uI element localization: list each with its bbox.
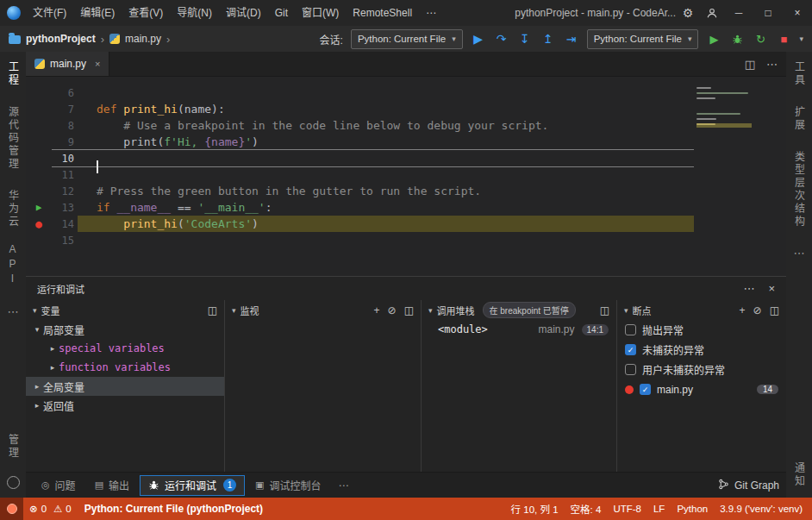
checkbox[interactable]: ✓: [640, 384, 651, 395]
left-activity-item-2[interactable]: 源代码管理: [6, 106, 21, 171]
session-select[interactable]: Python: Current File ▾: [351, 29, 463, 49]
git-graph-button[interactable]: Git Graph: [718, 479, 779, 492]
variables-row-2[interactable]: ▸special variables: [26, 339, 224, 358]
more-panels-icon[interactable]: ⋯: [331, 479, 355, 492]
close-tab-icon[interactable]: ×: [95, 59, 100, 69]
step-out-icon[interactable]: ↥: [540, 32, 556, 46]
editor-line-11[interactable]: 11: [26, 166, 786, 183]
left-activity-item-3[interactable]: 华为云 API: [6, 190, 21, 287]
editor-line-15[interactable]: 15: [26, 232, 786, 248]
left-more-icon[interactable]: ⋯: [8, 305, 19, 318]
more-actions-icon[interactable]: ⋯: [766, 58, 778, 71]
status-item-3[interactable]: UTF-8: [607, 504, 647, 514]
breakpoint-row-4[interactable]: ✓main.py14: [617, 379, 786, 399]
chevron-down-icon[interactable]: ▾: [799, 34, 803, 43]
panel-tab-4[interactable]: ▣调试控制台: [247, 475, 329, 496]
code-editor[interactable]: 67def print_hi(name):8 # Use a breakpoin…: [26, 77, 786, 276]
open-panel-icon[interactable]: ◫: [404, 304, 414, 316]
editor-line-12[interactable]: 12# Press the green button in the gutter…: [26, 183, 786, 199]
variables-row-5[interactable]: ▸返回值: [26, 396, 224, 415]
account-icon[interactable]: [700, 7, 724, 19]
user-avatar-icon[interactable]: [7, 476, 20, 489]
checkbox[interactable]: ✓: [625, 344, 636, 355]
launch-config-select[interactable]: Python: Current File ▾: [587, 29, 699, 49]
status-item-2[interactable]: 空格: 4: [565, 502, 608, 516]
menu-item-1[interactable]: 文件(F): [26, 0, 73, 26]
right-more-icon[interactable]: ⋯: [794, 247, 805, 260]
menu-item-2[interactable]: 编辑(E): [73, 0, 122, 26]
settings-gear-icon[interactable]: ⚙: [676, 6, 700, 20]
stop-icon[interactable]: ■: [776, 33, 791, 46]
split-editor-icon[interactable]: ◫: [745, 58, 755, 71]
menu-item-5[interactable]: 调试(D): [219, 0, 268, 26]
debug-button[interactable]: [729, 34, 745, 45]
step-over-icon[interactable]: ↷: [494, 32, 509, 46]
editor-line-7[interactable]: 7def print_hi(name):: [26, 101, 786, 117]
status-item-5[interactable]: Python: [671, 504, 714, 514]
breadcrumb-project[interactable]: pythonProject: [26, 33, 96, 45]
step-into-icon[interactable]: ↧: [517, 32, 533, 46]
right-activity-item-2[interactable]: 扩展: [792, 106, 807, 132]
run-button[interactable]: ▶: [706, 33, 721, 46]
breadcrumb-file[interactable]: main.py: [125, 33, 161, 45]
variables-row-1[interactable]: ▾局部变量: [26, 320, 224, 339]
call-stack-frame[interactable]: <module>main.py14:1: [422, 320, 616, 339]
add-watch-icon[interactable]: +: [374, 304, 380, 316]
minimap[interactable]: [696, 82, 752, 135]
menu-item-3[interactable]: 查看(V): [122, 0, 170, 26]
editor-line-13[interactable]: ▶13if __name__ == '__main__':: [26, 199, 786, 216]
right-activity-item-3[interactable]: 类型层次结构: [792, 151, 807, 229]
editor-line-8[interactable]: 8 # Use a breakpoint in the code line be…: [26, 117, 786, 134]
status-item-6[interactable]: 3.9.9 ('venv': venv): [714, 504, 809, 514]
minimize-button[interactable]: ─: [724, 0, 753, 26]
variables-row-3[interactable]: ▸function variables: [26, 358, 224, 377]
watch-header[interactable]: ▾ 监视 + ⊘ ◫: [225, 300, 421, 320]
breakpoint-dot-icon[interactable]: ●: [26, 216, 52, 232]
add-breakpoint-icon[interactable]: +: [740, 304, 746, 316]
menu-item-8[interactable]: RemoteShell: [346, 0, 419, 26]
restart-icon[interactable]: ↻: [753, 33, 768, 46]
deactivate-icon[interactable]: ⊘: [388, 304, 397, 316]
deactivate-breakpoints-icon[interactable]: ⊘: [753, 304, 762, 316]
breakpoints-header[interactable]: ▾ 断点 + ⊘ ◫: [617, 300, 786, 320]
open-panel-icon[interactable]: ◫: [208, 304, 217, 316]
close-panel-icon[interactable]: ×: [768, 282, 775, 295]
call-stack-header[interactable]: ▾ 调用堆栈 在 breakpoint 已暂停 ◫: [422, 300, 616, 320]
editor-line-6[interactable]: 6: [26, 85, 786, 101]
editor-line-14[interactable]: ●14 print_hi('CodeArts'): [26, 216, 786, 232]
menu-item-6[interactable]: Git: [268, 0, 295, 26]
status-item-4[interactable]: LF: [647, 504, 671, 514]
continue-icon[interactable]: ▶: [471, 32, 486, 46]
breakpoint-row-1[interactable]: 抛出异常: [617, 320, 786, 340]
checkbox[interactable]: [625, 364, 636, 375]
run-line-icon[interactable]: ▶: [26, 199, 52, 216]
menu-item-4[interactable]: 导航(N): [170, 0, 219, 26]
maximize-button[interactable]: □: [753, 0, 783, 26]
left-activity-item-1[interactable]: 工程: [6, 61, 21, 87]
breakpoint-row-2[interactable]: ✓未捕获的异常: [617, 340, 786, 360]
tab-main-py[interactable]: main.py ×: [26, 52, 109, 76]
editor-line-9[interactable]: 9 print(f'Hi, {name}'): [26, 134, 786, 150]
open-panel-icon[interactable]: ◫: [600, 304, 609, 316]
menu-overflow-icon[interactable]: ⋯: [419, 0, 443, 26]
debug-config-status[interactable]: Python: Current File (pythonProject): [78, 503, 270, 515]
left-bottom-activity-item-1[interactable]: 管理: [6, 434, 21, 460]
status-item-1[interactable]: 行 10, 列 1: [505, 502, 565, 516]
breakpoint-row-3[interactable]: 用户未捕获的异常: [617, 360, 786, 379]
right-bottom-activity-item-1[interactable]: 通知: [792, 462, 807, 488]
close-button[interactable]: ×: [783, 0, 812, 26]
error-count[interactable]: ⊗ 0 ⚠ 0: [23, 503, 78, 515]
menu-item-7[interactable]: 窗口(W): [295, 0, 346, 26]
run-to-cursor-icon[interactable]: ⇥: [564, 32, 579, 46]
variables-row-4[interactable]: ▸全局变量: [26, 377, 224, 396]
variables-header[interactable]: ▾ 变量 ◫: [26, 300, 224, 320]
panel-tab-2[interactable]: ▤输出: [86, 475, 138, 496]
open-panel-icon[interactable]: ◫: [770, 304, 779, 316]
panel-tab-1[interactable]: ◎问题: [33, 475, 84, 496]
checkbox[interactable]: [625, 324, 636, 335]
remote-indicator[interactable]: [0, 498, 23, 520]
more-actions-icon[interactable]: ⋯: [743, 282, 754, 295]
editor-line-10[interactable]: 10: [26, 150, 786, 166]
panel-tab-3[interactable]: 运行和调试1: [140, 475, 245, 496]
right-activity-item-1[interactable]: 工具: [792, 61, 807, 87]
